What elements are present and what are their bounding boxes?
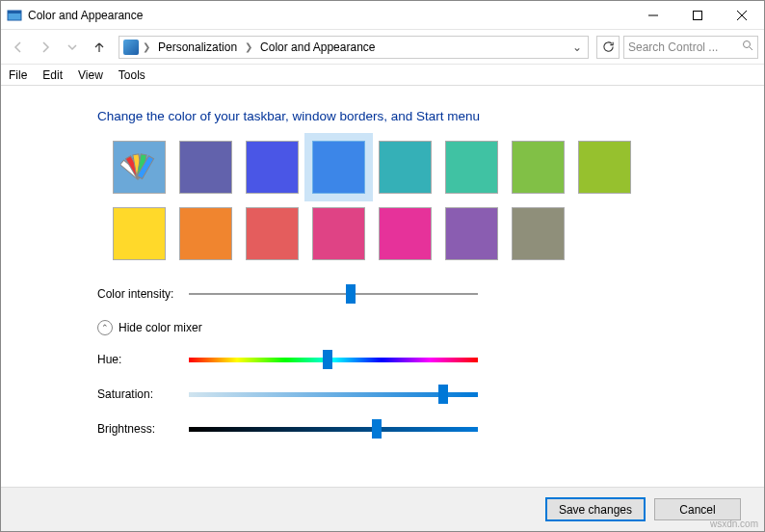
forward-button[interactable]	[34, 36, 57, 59]
color-swatch[interactable]	[445, 207, 498, 260]
color-swatch[interactable]	[445, 141, 498, 194]
color-swatch[interactable]	[113, 207, 166, 260]
brightness-label: Brightness:	[97, 422, 189, 436]
color-swatch[interactable]	[246, 207, 299, 260]
chevron-right-icon: ❯	[141, 41, 152, 52]
breadcrumb[interactable]: ❯ Personalization ❯ Color and Appearance…	[119, 36, 589, 59]
menu-edit[interactable]: Edit	[42, 68, 63, 82]
up-button[interactable]	[88, 36, 111, 59]
save-button[interactable]: Save changes	[546, 498, 645, 520]
brightness-slider[interactable]	[189, 420, 478, 438]
chevron-right-icon: ❯	[243, 41, 254, 52]
saturation-label: Saturation:	[97, 387, 189, 401]
window-title: Color and Appearance	[28, 9, 631, 22]
menu-file[interactable]: File	[9, 68, 27, 82]
watermark: wsxdn.com	[710, 519, 758, 529]
recent-dropdown[interactable]	[61, 36, 84, 59]
color-swatch[interactable]	[312, 141, 365, 194]
color-swatch[interactable]	[379, 141, 432, 194]
chevron-up-icon: ⌃	[97, 320, 113, 335]
search-icon	[742, 40, 753, 54]
mixer-label: Hide color mixer	[119, 321, 202, 334]
svg-line-7	[750, 47, 752, 50]
color-swatch[interactable]	[578, 141, 631, 194]
back-button[interactable]	[7, 36, 30, 59]
breadcrumb-personalization[interactable]: Personalization	[154, 40, 241, 54]
hue-slider[interactable]	[189, 351, 478, 368]
color-swatch[interactable]	[512, 141, 565, 194]
menu-tools[interactable]: Tools	[119, 68, 145, 82]
svg-rect-1	[8, 11, 21, 13]
color-mixer-toggle[interactable]: ⌃ Hide color mixer	[97, 320, 764, 335]
app-icon	[7, 8, 22, 23]
breadcrumb-dropdown-icon[interactable]: ⌄	[568, 40, 586, 54]
saturation-slider[interactable]	[189, 386, 478, 403]
color-swatch[interactable]	[379, 207, 432, 260]
color-swatch[interactable]	[246, 141, 299, 194]
cancel-button[interactable]: Cancel	[654, 498, 741, 520]
page-title: Change the color of your taskbar, window…	[97, 109, 764, 123]
swatch-automatic[interactable]	[113, 141, 166, 194]
maximize-button[interactable]	[675, 1, 720, 30]
svg-rect-3	[694, 11, 702, 19]
search-placeholder: Search Control ...	[628, 40, 738, 54]
menu-view[interactable]: View	[78, 68, 103, 82]
search-input[interactable]: Search Control ...	[623, 36, 758, 59]
svg-point-6	[744, 41, 751, 48]
control-panel-icon	[123, 40, 139, 55]
refresh-button[interactable]	[596, 36, 620, 59]
color-swatch[interactable]	[312, 207, 365, 260]
close-button[interactable]	[720, 1, 764, 30]
intensity-label: Color intensity:	[97, 287, 189, 301]
breadcrumb-color-appearance[interactable]: Color and Appearance	[256, 40, 379, 54]
color-swatch[interactable]	[179, 207, 232, 260]
color-swatch[interactable]	[179, 141, 232, 194]
hue-label: Hue:	[97, 353, 189, 366]
minimize-button[interactable]	[631, 1, 675, 30]
color-swatch[interactable]	[512, 207, 565, 260]
intensity-slider[interactable]	[189, 285, 478, 303]
